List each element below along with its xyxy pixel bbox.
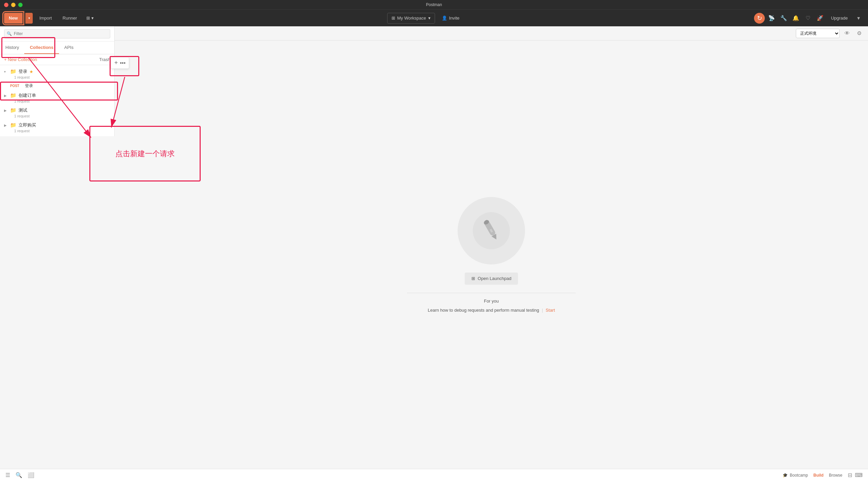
new-collection-button[interactable]: + New Collection xyxy=(4,57,37,62)
tab-history[interactable]: History xyxy=(0,41,24,54)
sidebar-search-area: 🔍 xyxy=(0,26,114,41)
collection-meta: 1 request xyxy=(4,129,110,133)
workspace-button[interactable]: ⊞ My Workspace ▾ xyxy=(387,13,435,24)
search-wrap: 🔍 xyxy=(4,29,110,38)
invite-button[interactable]: 👤 Invite xyxy=(438,13,464,24)
tab-collections[interactable]: Collections xyxy=(24,41,59,54)
sidebar-wrapper: 🔍 History Collections APIs + New Collect… xyxy=(0,26,115,469)
code-icon[interactable]: ⬜ xyxy=(28,472,34,478)
trash-button[interactable]: Trash xyxy=(99,57,110,62)
welcome-area: ⊞ Open Launchpad For you Learn how to de… xyxy=(115,40,868,469)
status-bar: ☰ 🔍 ⬜ 🎓 Bootcamp Build Browse ⊟ ⌨ xyxy=(0,469,868,481)
rocket-icon-button[interactable]: 🚀 xyxy=(815,13,826,24)
open-launchpad-button[interactable]: ⊞ Open Launchpad xyxy=(465,273,518,285)
collection-name: 立即购买 xyxy=(19,122,36,128)
more-options-button[interactable]: ••• xyxy=(120,59,126,66)
postman-logo xyxy=(458,197,525,264)
collection-item-buy[interactable]: ▶ 📁 立即购买 1 request xyxy=(0,120,114,135)
chevron-right-icon: ▶ xyxy=(4,123,8,127)
invite-icon: 👤 xyxy=(442,16,447,21)
workspace-dropdown-icon: ▾ xyxy=(428,16,431,21)
add-tab-button[interactable]: + xyxy=(114,59,118,66)
collection-header-order: ▶ 📁 创建订单 xyxy=(4,92,110,98)
title-bar: Postman xyxy=(0,0,868,9)
folder-icon: 📁 xyxy=(10,107,17,113)
maximize-button[interactable] xyxy=(18,3,23,7)
sidebar-tabs: History Collections APIs xyxy=(0,41,114,54)
collection-meta: 1 request xyxy=(4,114,110,118)
layout-icon[interactable]: ⊟ xyxy=(848,472,852,478)
collection-header-test: ▶ 📁 测试 xyxy=(4,107,110,113)
runner-button[interactable]: Runner xyxy=(59,13,81,24)
settings-icon-button[interactable]: 🔧 xyxy=(778,13,789,24)
collection-meta: 1 request xyxy=(4,99,110,103)
collection-item-test[interactable]: ▶ 📁 测试 1 request xyxy=(0,105,114,120)
env-bar: 正式环境 👁 ⚙ xyxy=(115,26,868,40)
collection-name: 登录 xyxy=(19,68,27,75)
start-button[interactable]: Start xyxy=(546,308,555,313)
workspace-grid-icon: ⊞ xyxy=(392,16,395,21)
method-badge: POST xyxy=(10,84,22,88)
close-button[interactable] xyxy=(4,3,8,7)
collection-name: 测试 xyxy=(19,107,27,113)
new-button[interactable]: New xyxy=(4,13,23,24)
search-status-icon[interactable]: 🔍 xyxy=(16,472,22,478)
upgrade-button[interactable]: Upgrade xyxy=(827,13,852,24)
keyboard-icon[interactable]: ⌨ xyxy=(855,472,863,478)
divider-vert: | xyxy=(542,308,543,313)
collection-header-buy: ▶ 📁 立即购买 xyxy=(4,122,110,128)
sidebar: 🔍 History Collections APIs + New Collect… xyxy=(0,26,115,136)
new-tab-buttons: + ••• xyxy=(111,57,129,69)
chevron-right-icon: ▶ xyxy=(4,94,8,97)
learn-text: Learn how to debug requests and perform … xyxy=(428,308,539,313)
divider xyxy=(407,293,576,293)
bootcamp-button[interactable]: 🎓 Bootcamp xyxy=(783,473,808,478)
request-item-login-post[interactable]: POST 登录 xyxy=(0,81,114,90)
heart-icon-button[interactable]: ♡ xyxy=(803,13,813,24)
browse-tab[interactable]: Browse xyxy=(829,473,842,478)
workspace-label: My Workspace xyxy=(397,16,426,21)
sync-button[interactable]: ⊞ ▾ xyxy=(84,13,96,24)
for-you-title: For you xyxy=(407,299,576,304)
upgrade-dropdown-button[interactable]: ▾ xyxy=(853,13,864,24)
env-select[interactable]: 正式环境 xyxy=(796,29,840,38)
collection-item-order[interactable]: ▶ 📁 创建订单 1 request xyxy=(0,90,114,105)
star-icon: ★ xyxy=(29,69,33,74)
sync-refresh-button[interactable]: ↻ xyxy=(754,13,765,24)
for-you-item: Learn how to debug requests and perform … xyxy=(407,308,576,313)
sidebar-actions: + New Collection Trash xyxy=(0,54,114,65)
minimize-button[interactable] xyxy=(11,3,16,7)
collections-list: ▾ 📁 登录 ★ 1 request POST 登录 ▶ 📁 xyxy=(0,65,114,136)
sidebar-toggle-icon[interactable]: ☰ xyxy=(5,472,10,478)
launchpad-icon: ⊞ xyxy=(471,276,475,281)
status-icons-right: ⊟ ⌨ xyxy=(848,472,863,478)
chevron-down-icon: ▾ xyxy=(4,70,8,74)
settings-env-button[interactable]: ⚙ xyxy=(855,29,864,38)
bootcamp-label: Bootcamp xyxy=(790,473,808,478)
folder-icon: 📁 xyxy=(10,92,17,98)
import-button[interactable]: Import xyxy=(35,13,56,24)
main-area: 🔍 History Collections APIs + New Collect… xyxy=(0,26,868,469)
new-dropdown-button[interactable]: ▾ xyxy=(25,13,33,24)
collection-item-login[interactable]: ▾ 📁 登录 ★ 1 request xyxy=(0,66,114,81)
eye-icon-button[interactable]: 👁 xyxy=(842,29,852,38)
collection-name: 创建订单 xyxy=(19,92,36,98)
collection-header-login: ▾ 📁 登录 ★ xyxy=(4,68,110,75)
folder-icon: 📁 xyxy=(10,68,17,75)
bootcamp-icon: 🎓 xyxy=(783,473,788,478)
window-title: Postman xyxy=(426,2,442,7)
folder-icon: 📁 xyxy=(10,122,17,128)
satellite-icon-button[interactable]: 📡 xyxy=(766,13,777,24)
toolbar-right: ↻ 📡 🔧 🔔 ♡ 🚀 Upgrade ▾ xyxy=(754,13,864,24)
invite-label: Invite xyxy=(449,16,460,21)
tab-apis[interactable]: APIs xyxy=(59,41,79,54)
bell-icon-button[interactable]: 🔔 xyxy=(790,13,801,24)
grid-icon: ⊞ xyxy=(86,16,90,21)
search-input[interactable] xyxy=(4,29,110,38)
chevron-right-icon: ▶ xyxy=(4,109,8,112)
launchpad-label: Open Launchpad xyxy=(478,276,512,281)
build-tab[interactable]: Build xyxy=(813,473,823,478)
search-icon: 🔍 xyxy=(7,31,12,36)
dropdown-arrow: ▾ xyxy=(91,16,94,21)
toolbar-center: ⊞ My Workspace ▾ 👤 Invite xyxy=(99,13,751,24)
